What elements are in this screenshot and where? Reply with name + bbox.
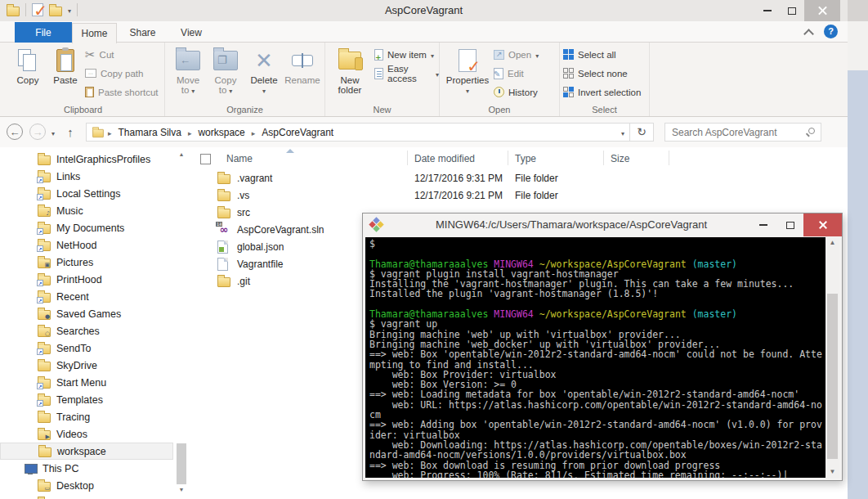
terminal-maximize-button[interactable] <box>776 214 803 236</box>
search-input[interactable] <box>672 124 803 140</box>
close-button[interactable] <box>804 0 840 21</box>
sidebar-item-label: Saved Games <box>56 308 121 320</box>
copy-icon <box>18 49 38 72</box>
copy-button[interactable]: Copy <box>10 46 46 85</box>
minimize-icon <box>763 10 772 11</box>
sidebar-item-label: Music <box>56 205 83 217</box>
tab-home[interactable]: Home <box>72 23 117 43</box>
select-all-checkbox[interactable] <box>200 154 211 164</box>
invert-selection-button[interactable]: Invert selection <box>563 83 641 101</box>
sidebar-item-saved-games[interactable]: ●Saved Games <box>0 305 173 322</box>
folder-icon <box>217 209 230 218</box>
sidebar-item-this-pc[interactable]: This PC <box>0 460 173 477</box>
dropdown-caret-icon <box>445 85 490 95</box>
breadcrumb-segment[interactable]: AspCoreVagrant <box>258 127 337 138</box>
select-all-button[interactable]: Select all <box>563 46 616 63</box>
scroll-up-icon[interactable]: ▲ <box>176 149 187 160</box>
dropdown-caret-icon <box>189 85 195 95</box>
sidebar-item-pictures[interactable]: ▣Pictures <box>0 254 173 271</box>
up-button[interactable]: ↑ <box>62 124 78 140</box>
sidebar-item-intelgraphicsprofiles[interactable]: IntelGraphicsProfiles <box>0 151 173 168</box>
sidebar-item-documents[interactable]: ≡Documents <box>0 494 173 499</box>
edit-button[interactable]: Edit <box>494 65 524 82</box>
new-folder-button[interactable]: New folder <box>329 46 371 95</box>
collapse-ribbon-icon[interactable] <box>805 28 812 35</box>
file-row[interactable]: .vagrant12/17/2016 9:31 PMFile folder <box>196 170 848 187</box>
ribbon-tab-bar: File Home Share View <box>0 21 848 43</box>
tab-file[interactable]: File <box>15 22 72 43</box>
sidebar-item-searches[interactable]: ○Searches <box>0 322 173 339</box>
cut-button[interactable]: ✂Cut <box>85 46 114 63</box>
paste-button[interactable]: Paste <box>47 46 83 85</box>
tab-view[interactable]: View <box>168 23 214 43</box>
scrollbar-thumb[interactable] <box>177 443 186 484</box>
breadcrumb-segment[interactable]: Thamara Silva <box>115 127 185 138</box>
terminal-scrollbar[interactable]: ▲ ▼ <box>825 237 839 478</box>
sidebar-item-videos[interactable]: ▶Videos <box>0 425 173 443</box>
forward-button[interactable]: → <box>29 124 46 140</box>
copy-to-icon: ❐ <box>213 51 238 70</box>
column-header-name[interactable]: Name <box>226 153 253 164</box>
sidebar-item-printhood[interactable]: ↗PrintHood <box>0 271 173 288</box>
sidebar-item-local-settings[interactable]: ↗Local Settings <box>0 185 173 202</box>
sidebar-item-label: NetHood <box>56 240 96 251</box>
sidebar-item-music[interactable]: ♪Music <box>0 202 173 219</box>
refresh-button[interactable]: ↻ <box>630 123 654 142</box>
move-to-button[interactable]: ← Move to <box>170 46 206 95</box>
scroll-down-icon[interactable]: ▼ <box>825 466 839 478</box>
file-row[interactable]: .vs12/17/2016 9:21 PMFile folder <box>196 187 848 205</box>
new-item-button[interactable]: New item <box>374 46 434 63</box>
help-icon[interactable] <box>824 25 838 38</box>
sidebar-item-nethood[interactable]: ↗NetHood <box>0 236 173 254</box>
sidebar-item-recent[interactable]: ↗Recent <box>0 288 173 305</box>
column-header-type[interactable]: Type <box>515 153 536 164</box>
shortcut-folder-icon: ↗ <box>38 293 51 303</box>
terminal-output[interactable]: $ Thamara@thamaraaalves MINGW64 ~/worksp… <box>365 237 828 478</box>
history-button[interactable]: History <box>494 83 538 101</box>
scrollbar-thumb[interactable] <box>827 294 838 459</box>
column-header-size[interactable]: Size <box>611 153 629 164</box>
sidebar-item-links[interactable]: ↗Links <box>0 168 173 185</box>
sidebar-item-my-documents[interactable]: ↗My Documents <box>0 219 173 236</box>
rename-button[interactable]: Rename <box>283 46 322 85</box>
tab-share[interactable]: Share <box>117 23 168 43</box>
open-button[interactable]: Open <box>494 46 539 63</box>
column-header-date[interactable]: Date modified <box>414 153 475 164</box>
back-button[interactable]: ← <box>7 124 23 140</box>
shortcut-folder-icon: ↗ <box>38 396 51 406</box>
copy-path-button[interactable]: ⋯Copy path <box>85 65 143 82</box>
breadcrumb-segment[interactable]: workspace <box>195 127 248 138</box>
search-icon[interactable] <box>808 128 815 134</box>
address-folder-icon <box>92 129 104 137</box>
address-dropdown-icon[interactable] <box>621 127 624 138</box>
terminal-close-button[interactable] <box>803 214 842 236</box>
properties-button[interactable]: Properties <box>445 46 490 95</box>
maximize-icon <box>788 7 796 15</box>
recent-locations-dropdown-icon[interactable] <box>47 124 59 140</box>
paste-shortcut-button[interactable]: Paste shortcut <box>85 83 159 101</box>
sidebar-item-skydrive[interactable]: SkyDrive <box>0 357 173 374</box>
shortcut-arrow-icon: ↗ <box>37 280 43 286</box>
dropdown-caret-icon <box>535 50 539 60</box>
easy-access-button[interactable]: Easy access <box>374 65 439 82</box>
maximize-button[interactable] <box>780 0 804 21</box>
sidebar-item-desktop[interactable]: ▭Desktop <box>0 477 173 494</box>
copy-to-button[interactable]: ❐ Copy to <box>208 46 244 95</box>
scroll-up-icon[interactable]: ▲ <box>825 237 839 249</box>
sidebar-item-label: Pictures <box>56 257 93 268</box>
sidebar-item-start-menu[interactable]: ↗Start Menu <box>0 374 173 391</box>
sidebar-item-workspace[interactable]: workspace <box>0 443 173 460</box>
sidebar-item-sendto[interactable]: ↗SendTo <box>0 339 173 357</box>
sidebar-item-tracing[interactable]: Tracing <box>0 408 173 425</box>
sidebar-scrollbar[interactable]: ▲ ▼ <box>176 149 187 496</box>
minimize-icon <box>759 224 767 226</box>
delete-button[interactable]: ✕ Delete <box>245 46 283 95</box>
shortcut-arrow-icon: ↗ <box>37 348 43 355</box>
minimize-button[interactable] <box>755 0 780 21</box>
scroll-down-icon[interactable]: ▼ <box>176 484 187 496</box>
sidebar-item-templates[interactable]: ↗Templates <box>0 391 173 408</box>
select-none-button[interactable]: Select none <box>563 65 628 82</box>
terminal-minimize-button[interactable] <box>749 214 776 236</box>
shortcut-arrow-icon: ↗ <box>37 400 43 407</box>
address-bar[interactable]: Thamara Silva workspace AspCoreVagrant <box>86 123 630 142</box>
